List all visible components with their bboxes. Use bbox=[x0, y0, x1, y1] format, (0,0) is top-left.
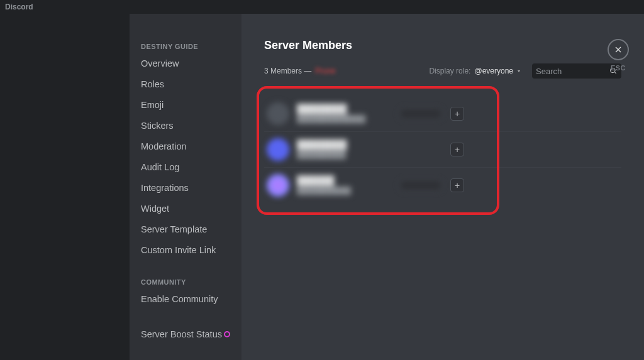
search-input[interactable] bbox=[536, 67, 609, 76]
app-body: DESTINY GUIDE Overview Roles Emoji Stick… bbox=[0, 14, 644, 360]
sidebar-item-emoji[interactable]: Emoji bbox=[135, 95, 236, 115]
avatar bbox=[267, 174, 289, 197]
boost-icon bbox=[224, 331, 230, 337]
member-row[interactable]: ██████████████████████ + bbox=[264, 96, 621, 132]
member-row[interactable]: █████████████████ + bbox=[264, 168, 621, 203]
close-icon bbox=[613, 45, 623, 55]
role-chip[interactable] bbox=[399, 179, 443, 192]
member-name: ██████████████████████ bbox=[297, 104, 391, 124]
sidebar-item-widget[interactable]: Widget bbox=[135, 199, 236, 219]
display-role-label: Display role: bbox=[429, 67, 470, 75]
sidebar-item-roles[interactable]: Roles bbox=[135, 74, 236, 94]
sidebar-item-moderation[interactable]: Moderation bbox=[135, 136, 236, 156]
content-pane: Server Members 3 Members — Prune Display… bbox=[242, 14, 644, 360]
member-count: 3 Members — bbox=[264, 67, 311, 75]
add-role-button[interactable]: + bbox=[450, 178, 464, 192]
member-row[interactable]: ██████████████████ + bbox=[264, 132, 621, 168]
sidebar-header-guide: DESTINY GUIDE bbox=[135, 39, 236, 53]
close-area: ESC bbox=[608, 39, 629, 72]
prune-link[interactable]: Prune bbox=[315, 67, 335, 75]
member-name: █████████████████ bbox=[297, 175, 391, 195]
role-select[interactable]: @everyone bbox=[474, 67, 522, 75]
sidebar-item-overview[interactable]: Overview bbox=[135, 53, 236, 74]
sidebar-item-stickers[interactable]: Stickers bbox=[135, 116, 236, 136]
chevron-down-icon bbox=[516, 68, 522, 74]
sidebar-item-integrations[interactable]: Integrations bbox=[135, 178, 236, 198]
avatar bbox=[267, 102, 289, 125]
close-button[interactable] bbox=[608, 39, 629, 60]
content-meta-row: 3 Members — Prune Display role: @everyon… bbox=[264, 63, 621, 79]
avatar bbox=[267, 138, 289, 161]
members-list: ██████████████████████ + ███████████████… bbox=[264, 89, 621, 208]
sidebar-item-custom-invite[interactable]: Custom Invite Link bbox=[135, 240, 236, 260]
sidebar-header-community: COMMUNITY bbox=[135, 275, 236, 288]
role-chip[interactable] bbox=[399, 107, 443, 120]
esc-label: ESC bbox=[608, 64, 629, 72]
add-role-button[interactable]: + bbox=[450, 107, 464, 121]
settings-sidebar: DESTINY GUIDE Overview Roles Emoji Stick… bbox=[130, 14, 242, 360]
page-title: Server Members bbox=[264, 39, 621, 52]
app-name: Discord bbox=[5, 3, 33, 11]
titlebar: Discord bbox=[0, 0, 644, 14]
sidebar-item-server-template[interactable]: Server Template bbox=[135, 219, 236, 239]
sidebar-item-boost-status[interactable]: Server Boost Status bbox=[135, 324, 236, 344]
left-gutter bbox=[0, 14, 130, 360]
add-role-button[interactable]: + bbox=[450, 143, 464, 156]
sidebar-item-enable-community[interactable]: Enable Community bbox=[135, 289, 236, 309]
sidebar-item-audit-log[interactable]: Audit Log bbox=[135, 157, 236, 177]
member-name: ██████████████████ bbox=[297, 139, 391, 160]
